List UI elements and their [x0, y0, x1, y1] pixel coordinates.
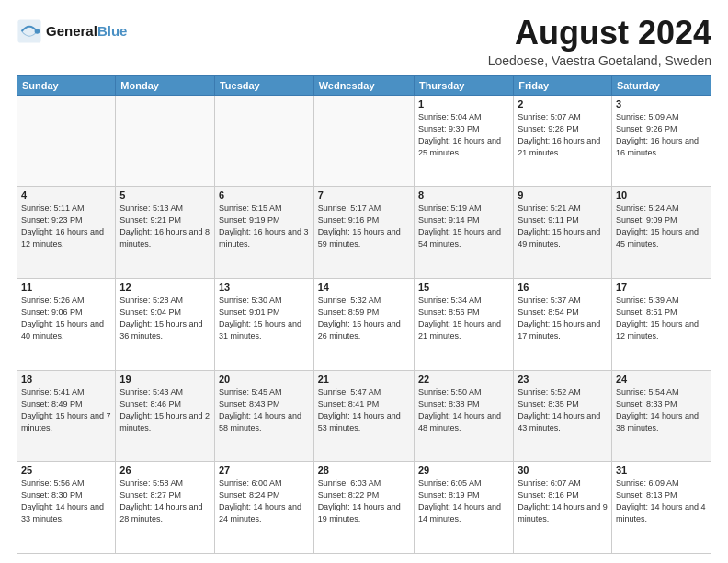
day-info: Sunrise: 5:56 AM Sunset: 8:30 PM Dayligh…: [21, 477, 111, 525]
day-number: 10: [616, 190, 707, 201]
day-cell: 28Sunrise: 6:03 AM Sunset: 8:22 PM Dayli…: [313, 462, 414, 554]
day-cell: 22Sunrise: 5:50 AM Sunset: 8:38 PM Dayli…: [414, 370, 513, 462]
day-info: Sunrise: 5:07 AM Sunset: 9:28 PM Dayligh…: [518, 111, 608, 159]
day-number: 3: [616, 98, 707, 109]
day-cell: 10Sunrise: 5:24 AM Sunset: 9:09 PM Dayli…: [611, 187, 711, 279]
day-info: Sunrise: 5:26 AM Sunset: 9:06 PM Dayligh…: [21, 294, 111, 342]
day-info: Sunrise: 6:09 AM Sunset: 8:13 PM Dayligh…: [616, 477, 707, 525]
day-number: 9: [518, 190, 608, 201]
day-info: Sunrise: 5:15 AM Sunset: 9:19 PM Dayligh…: [219, 202, 310, 250]
day-cell: 7Sunrise: 5:17 AM Sunset: 9:16 PM Daylig…: [313, 187, 414, 279]
day-info: Sunrise: 6:07 AM Sunset: 8:16 PM Dayligh…: [518, 477, 608, 525]
day-cell: 2Sunrise: 5:07 AM Sunset: 9:28 PM Daylig…: [514, 95, 612, 187]
logo-icon: [17, 18, 42, 44]
day-cell: 4Sunrise: 5:11 AM Sunset: 9:23 PM Daylig…: [17, 187, 116, 279]
day-cell: 29Sunrise: 6:05 AM Sunset: 8:19 PM Dayli…: [414, 462, 513, 554]
day-info: Sunrise: 5:47 AM Sunset: 8:41 PM Dayligh…: [318, 386, 410, 434]
day-info: Sunrise: 5:09 AM Sunset: 9:26 PM Dayligh…: [616, 111, 707, 159]
day-number: 8: [418, 190, 509, 201]
day-number: 20: [219, 373, 310, 385]
day-info: Sunrise: 5:54 AM Sunset: 8:33 PM Dayligh…: [616, 386, 707, 434]
header-row: Sunday Monday Tuesday Wednesday Thursday…: [17, 75, 711, 95]
col-wednesday: Wednesday: [313, 75, 414, 95]
day-number: 1: [418, 98, 509, 109]
col-sunday: Sunday: [17, 75, 116, 95]
day-info: Sunrise: 5:30 AM Sunset: 9:01 PM Dayligh…: [219, 294, 310, 342]
day-number: 25: [21, 465, 111, 476]
day-number: 19: [119, 373, 210, 385]
week-row-4: 25Sunrise: 5:56 AM Sunset: 8:30 PM Dayli…: [17, 462, 711, 554]
day-cell: [116, 95, 215, 187]
day-cell: 26Sunrise: 5:58 AM Sunset: 8:27 PM Dayli…: [116, 462, 215, 554]
day-info: Sunrise: 6:03 AM Sunset: 8:22 PM Dayligh…: [318, 477, 410, 525]
day-number: 21: [318, 373, 410, 385]
day-info: Sunrise: 5:45 AM Sunset: 8:43 PM Dayligh…: [219, 386, 310, 434]
week-row-3: 18Sunrise: 5:41 AM Sunset: 8:49 PM Dayli…: [17, 370, 711, 462]
day-info: Sunrise: 5:28 AM Sunset: 9:04 PM Dayligh…: [119, 294, 210, 342]
day-info: Sunrise: 5:34 AM Sunset: 8:56 PM Dayligh…: [418, 294, 509, 342]
day-info: Sunrise: 5:58 AM Sunset: 8:27 PM Dayligh…: [119, 477, 210, 525]
day-number: 6: [219, 190, 310, 201]
day-number: 11: [21, 282, 111, 293]
month-title: August 2024: [488, 15, 711, 52]
title-block: August 2024 Loedoese, Vaestra Goetaland,…: [488, 15, 711, 68]
day-cell: 8Sunrise: 5:19 AM Sunset: 9:14 PM Daylig…: [414, 187, 513, 279]
day-info: Sunrise: 5:17 AM Sunset: 9:16 PM Dayligh…: [318, 202, 410, 250]
location-title: Loedoese, Vaestra Goetaland, Sweden: [488, 53, 711, 68]
col-friday: Friday: [514, 75, 612, 95]
col-tuesday: Tuesday: [214, 75, 313, 95]
day-info: Sunrise: 5:32 AM Sunset: 8:59 PM Dayligh…: [318, 294, 410, 342]
day-cell: 3Sunrise: 5:09 AM Sunset: 9:26 PM Daylig…: [611, 95, 711, 187]
week-row-1: 4Sunrise: 5:11 AM Sunset: 9:23 PM Daylig…: [17, 187, 711, 279]
day-info: Sunrise: 5:21 AM Sunset: 9:11 PM Dayligh…: [518, 202, 608, 250]
svg-point-1: [35, 29, 40, 34]
col-monday: Monday: [116, 75, 215, 95]
day-info: Sunrise: 5:11 AM Sunset: 9:23 PM Dayligh…: [21, 202, 111, 250]
day-info: Sunrise: 6:05 AM Sunset: 8:19 PM Dayligh…: [418, 477, 509, 525]
day-number: 13: [219, 282, 310, 293]
page: GeneralBlue August 2024 Loedoese, Vaestr…: [0, 0, 728, 563]
day-number: 29: [418, 465, 509, 476]
day-cell: [313, 95, 414, 187]
day-number: 12: [119, 282, 210, 293]
day-cell: 24Sunrise: 5:54 AM Sunset: 8:33 PM Dayli…: [611, 370, 711, 462]
day-number: 2: [518, 98, 608, 109]
day-number: 4: [21, 190, 111, 201]
day-info: Sunrise: 5:13 AM Sunset: 9:21 PM Dayligh…: [119, 202, 210, 250]
col-thursday: Thursday: [414, 75, 513, 95]
day-info: Sunrise: 5:43 AM Sunset: 8:46 PM Dayligh…: [119, 386, 210, 434]
day-cell: 9Sunrise: 5:21 AM Sunset: 9:11 PM Daylig…: [514, 187, 612, 279]
day-number: 15: [418, 282, 509, 293]
day-number: 23: [518, 373, 608, 385]
day-cell: 25Sunrise: 5:56 AM Sunset: 8:30 PM Dayli…: [17, 462, 116, 554]
day-number: 30: [518, 465, 608, 476]
day-cell: 14Sunrise: 5:32 AM Sunset: 8:59 PM Dayli…: [313, 278, 414, 370]
day-number: 18: [21, 373, 111, 385]
day-cell: 17Sunrise: 5:39 AM Sunset: 8:51 PM Dayli…: [611, 278, 711, 370]
day-info: Sunrise: 5:37 AM Sunset: 8:54 PM Dayligh…: [518, 294, 608, 342]
day-number: 26: [119, 465, 210, 476]
day-cell: 27Sunrise: 6:00 AM Sunset: 8:24 PM Dayli…: [214, 462, 313, 554]
calendar-table: Sunday Monday Tuesday Wednesday Thursday…: [17, 75, 711, 554]
day-cell: 15Sunrise: 5:34 AM Sunset: 8:56 PM Dayli…: [414, 278, 513, 370]
day-info: Sunrise: 5:04 AM Sunset: 9:30 PM Dayligh…: [418, 111, 509, 159]
day-cell: 13Sunrise: 5:30 AM Sunset: 9:01 PM Dayli…: [214, 278, 313, 370]
day-number: 17: [616, 282, 707, 293]
day-info: Sunrise: 5:52 AM Sunset: 8:35 PM Dayligh…: [518, 386, 608, 434]
day-cell: 30Sunrise: 6:07 AM Sunset: 8:16 PM Dayli…: [514, 462, 612, 554]
day-number: 5: [119, 190, 210, 201]
day-info: Sunrise: 5:24 AM Sunset: 9:09 PM Dayligh…: [616, 202, 707, 250]
week-row-0: 1Sunrise: 5:04 AM Sunset: 9:30 PM Daylig…: [17, 95, 711, 187]
day-cell: 1Sunrise: 5:04 AM Sunset: 9:30 PM Daylig…: [414, 95, 513, 187]
day-cell: 23Sunrise: 5:52 AM Sunset: 8:35 PM Dayli…: [514, 370, 612, 462]
day-cell: [17, 95, 116, 187]
day-cell: 19Sunrise: 5:43 AM Sunset: 8:46 PM Dayli…: [116, 370, 215, 462]
day-number: 27: [219, 465, 310, 476]
day-cell: 5Sunrise: 5:13 AM Sunset: 9:21 PM Daylig…: [116, 187, 215, 279]
day-cell: 31Sunrise: 6:09 AM Sunset: 8:13 PM Dayli…: [611, 462, 711, 554]
col-saturday: Saturday: [611, 75, 711, 95]
day-info: Sunrise: 6:00 AM Sunset: 8:24 PM Dayligh…: [219, 477, 310, 525]
day-cell: 18Sunrise: 5:41 AM Sunset: 8:49 PM Dayli…: [17, 370, 116, 462]
day-info: Sunrise: 5:19 AM Sunset: 9:14 PM Dayligh…: [418, 202, 509, 250]
day-info: Sunrise: 5:50 AM Sunset: 8:38 PM Dayligh…: [418, 386, 509, 434]
